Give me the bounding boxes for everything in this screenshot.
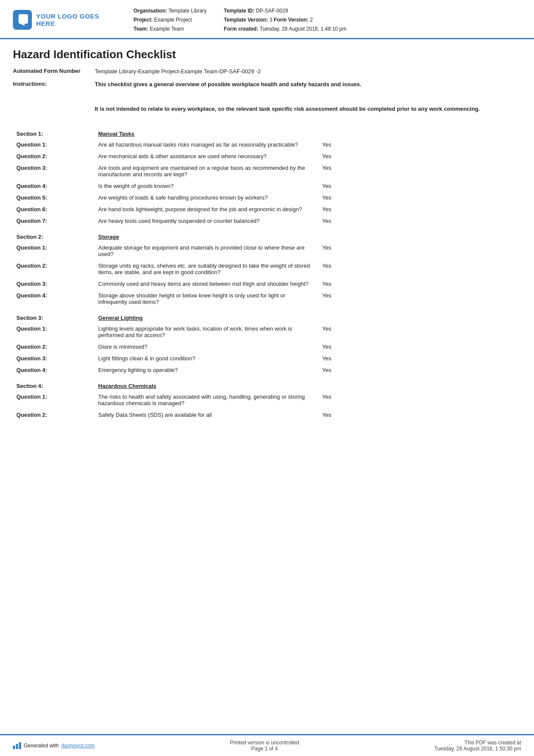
question-label: Question 2: [13,409,95,421]
question-extra [353,278,521,290]
question-answer: Yes [319,409,353,421]
question-row: Question 2: Are mechanical aids & other … [13,150,521,162]
section-extra-spacer [353,308,521,323]
question-answer: Yes [319,341,353,353]
question-label: Question 4: [13,290,95,308]
template-id-line: Template ID: DP-SAF-0029 [224,7,347,15]
section-row: Section 4: Hazardous Chemicals [13,376,521,391]
question-row: Question 1: Lighting levels appropriate … [13,323,521,341]
project-label: Project: [134,17,153,23]
question-extra [353,353,521,364]
instructions-value: This checklist gives a general overview … [95,80,521,89]
form-created-label: Form created: [224,26,258,32]
question-extra [353,139,521,150]
question-extra [353,391,521,409]
question-answer: Yes [319,323,353,341]
question-label: Question 5: [13,192,95,203]
question-extra [353,341,521,353]
question-extra [353,290,521,308]
section-answer-spacer [319,376,353,391]
question-extra [353,364,521,376]
logo-text: YOUR LOGO GOES HERE [36,12,116,27]
template-version-label: Template Version: [224,17,268,23]
instructions-line1: This checklist gives a general overview … [95,81,361,87]
question-extra [353,150,521,162]
question-extra [353,409,521,421]
form-title: Hazard Identification Checklist [13,48,521,61]
question-text: Light fittings clean & in good condition… [95,353,319,364]
section-answer-spacer [319,227,353,242]
question-row: Question 4: Storage above shoulder heigh… [13,290,521,308]
question-answer: Yes [319,290,353,308]
question-label: Question 1: [13,391,95,409]
project-value: Example Project [154,17,192,23]
question-answer: Yes [319,139,353,150]
org-value: Template Library [168,8,207,14]
question-label: Question 3: [13,353,95,364]
section-label: Section 2: [13,227,95,242]
instructions-label: Instructions: [13,80,95,87]
question-row: Question 4: Emergency lighting is operab… [13,364,521,376]
question-row: Question 1: The risks to health and safe… [13,391,521,409]
project-line: Project: Example Project [134,16,207,24]
question-text: The risks to health and safety associate… [95,391,319,409]
pdf-created-text: This PDF was created at [435,740,521,746]
question-label: Question 7: [13,215,95,227]
section-row: Section 3: General Lighting [13,308,521,323]
question-label: Question 1: [13,323,95,341]
section-label: Section 3: [13,308,95,323]
question-row: Question 1: Adequate storage for equipme… [13,242,521,260]
question-answer: Yes [319,150,353,162]
form-created-value: Tuesday, 28 August 2018, 1:48:10 pm [260,26,346,32]
question-label: Question 1: [13,139,95,150]
logo-icon [13,10,32,30]
org-line: Organisation: Template Library [134,7,207,15]
team-label: Team: [134,26,148,32]
question-text: Are weights of loads & safe handling pro… [95,192,319,203]
form-version-label: Form Version: [274,17,309,23]
header-meta-left: Organisation: Template Library Project: … [134,7,207,33]
logo-svg [16,13,29,26]
question-row: Question 2: Safety Data Sheets (SDS) are… [13,409,521,421]
dashpivot-link[interactable]: dashpivot.com [61,743,94,749]
template-id-label: Template ID: [224,8,255,14]
section-extra-spacer [353,124,521,139]
question-extra [353,323,521,341]
section-label: Section 1: [13,124,95,139]
template-version-value: 3 [270,17,273,23]
question-row: Question 2: Glare is minimised? Yes [13,341,521,353]
section-row: Section 1: Manual Tasks [13,124,521,139]
question-answer: Yes [319,192,353,203]
question-label: Question 2: [13,150,95,162]
generated-text: Generated with [24,743,59,749]
question-extra [353,180,521,192]
question-text: Safety Data Sheets (SDS) are available f… [95,409,319,421]
section-title: Hazardous Chemicals [95,376,319,391]
template-id-value: DP-SAF-0029 [256,8,288,14]
question-text: Is the weight of goods known? [95,180,319,192]
team-line: Team: Example Team [134,25,207,33]
question-row: Question 3: Light fittings clean & in go… [13,353,521,364]
org-label: Organisation: [134,8,167,14]
footer-left: Generated with dashpivot.com [13,742,95,749]
question-text: Are tools and equipment are maintained o… [95,162,319,180]
question-answer: Yes [319,278,353,290]
question-extra [353,242,521,260]
question-text: Lighting levels appropriate for work tas… [95,323,319,341]
footer-center: Printed version is uncontrolled Page 1 o… [230,740,299,752]
question-label: Question 2: [13,260,95,278]
uncontrolled-text: Printed version is uncontrolled [230,740,299,746]
question-row: Question 1: Are all hazardous manual tas… [13,139,521,150]
question-answer: Yes [319,162,353,180]
template-version-line: Template Version: 3 Form Version: 2 [224,16,347,24]
question-text: Commonly used and heavy items are stored… [95,278,319,290]
question-text: Are all hazardous manual tasks risks man… [95,139,319,150]
automated-form-number-row: Automated Form Number Template Library-E… [13,67,521,76]
question-text: Are heavy tools used frequently suspende… [95,215,319,227]
question-row: Question 3: Commonly used and heavy item… [13,278,521,290]
question-label: Question 6: [13,203,95,215]
question-text: Glare is minimised? [95,341,319,353]
instructions-line2-row: It is not intended to relate to every wo… [13,105,521,113]
section-row: Section 2: Storage [13,227,521,242]
question-label: Question 2: [13,341,95,353]
